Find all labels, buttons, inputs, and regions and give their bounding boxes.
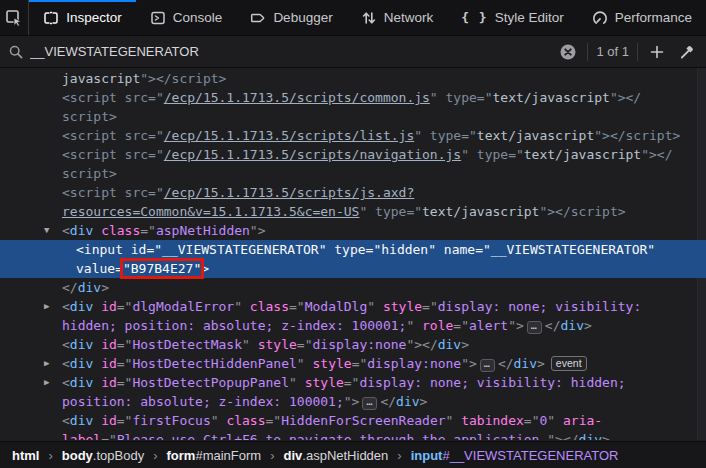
code-line[interactable]: position: absolute; z-index: 100001;">…<… [0, 392, 706, 411]
code-segment: class [250, 299, 289, 314]
code-segment: " type=" [414, 128, 477, 143]
code-segment: position: absolute; z-index: 100001; [62, 394, 344, 409]
code-segment: aspNetHidden [156, 223, 250, 238]
code-segment: class [101, 223, 140, 238]
inspector-icon [43, 10, 59, 26]
breadcrumb-item[interactable]: div.aspNetHidden [282, 448, 391, 463]
expand-arrow-icon[interactable]: ▶ [44, 297, 58, 316]
tab-debugger[interactable]: Debugger [236, 0, 346, 35]
console-icon [150, 10, 166, 26]
code-segment: /ecp/15.1.1713.5/scripts/js.axd? [164, 185, 414, 200]
code-segment: > [537, 356, 545, 371]
breadcrumb-item[interactable]: input#__VIEWSTATEGENERATOR [409, 448, 621, 463]
tab-style-editor[interactable]: { } Style Editor [447, 0, 578, 35]
code-segment: <script src=" [62, 128, 164, 143]
event-badge[interactable]: event [551, 356, 587, 371]
expand-arrow-icon[interactable]: ▶ [44, 373, 58, 392]
code-segment: " type=" [359, 204, 422, 219]
code-segment: " [406, 318, 422, 333]
breadcrumb-item[interactable]: form#mainForm [165, 448, 264, 463]
code-line[interactable]: ▼<div class="aspNetHidden"> [0, 221, 706, 240]
breadcrumb-part: html [12, 448, 39, 463]
code-line[interactable]: ▶<div id="HostDetectPopupPanel" style="d… [0, 373, 706, 392]
code-segment: "> [250, 223, 266, 238]
code-segment: =" [117, 413, 133, 428]
markup-view[interactable]: javascript"></script><script src="/ecp/1… [0, 68, 706, 440]
clear-search-button[interactable] [557, 41, 579, 63]
code-segment: "></script> [539, 204, 625, 219]
code-line[interactable]: <script src="/ecp/15.1.1713.5/scripts/js… [0, 183, 706, 202]
code-segment: div [560, 318, 583, 333]
code-segment: div [438, 337, 461, 352]
code-line[interactable]: resources=Common&v=15.1.1713.5&c=en-US" … [0, 202, 706, 221]
code-segment: "> [508, 318, 524, 333]
pick-element-button[interactable] [0, 0, 29, 35]
code-line[interactable]: ▶<div id="dlgModalError" class="ModalDlg… [0, 297, 706, 316]
code-segment: firstFocus [132, 413, 210, 428]
breadcrumb-separator-icon: › [48, 448, 52, 463]
code-segment: text/javascript [477, 128, 594, 143]
code-line[interactable]: </div> [0, 278, 706, 297]
breadcrumb-part: #__VIEWSTATEGENERATOR [442, 448, 618, 463]
tab-network[interactable]: Network [347, 0, 448, 35]
code-segment: < [62, 223, 70, 238]
code-segment: "></script> [594, 128, 680, 143]
breadcrumb-part: .aspNetHidden [302, 448, 388, 463]
ellipsis-badge[interactable]: … [480, 359, 495, 372]
code-line[interactable]: <div id="firstFocus" class="HiddenForScr… [0, 411, 706, 430]
code-line[interactable]: value="B97B4E27"> [0, 259, 706, 278]
code-segment: resources=Common&v=15.1.1713.5&c=en-US [62, 204, 359, 219]
ellipsis-badge[interactable]: … [362, 397, 377, 410]
code-segment: <input id="__VIEWSTATEGENERATOR" type="h… [76, 242, 655, 257]
code-segment: > [461, 337, 469, 352]
search-result-count: 1 of 1 [596, 44, 629, 59]
code-segment: < [62, 337, 70, 352]
code-segment: " [234, 299, 250, 314]
code-segment: " type=" [461, 147, 524, 162]
code-segment: =" [117, 375, 133, 390]
breadcrumb-part: div [284, 448, 303, 463]
devtools-tabbar: Inspector Console Debugger [0, 0, 706, 36]
breadcrumb-item[interactable]: body.topBody [60, 448, 146, 463]
code-segment: "></ [406, 337, 437, 352]
code-segment: </ [498, 356, 514, 371]
collapse-arrow-icon[interactable]: ▼ [44, 221, 58, 240]
code-line[interactable]: javascript"></script> [0, 69, 706, 88]
tab-inspector[interactable]: Inspector [29, 0, 136, 35]
code-segment: div [70, 299, 93, 314]
ellipsis-badge[interactable]: … [527, 321, 542, 334]
code-line[interactable]: ▶<div id="HostDetectHiddenPanel" style="… [0, 354, 706, 373]
tab-label: Console [173, 10, 223, 25]
code-segment: value= [76, 261, 123, 276]
code-segment: =" [344, 375, 360, 390]
code-line[interactable]: <input id="__VIEWSTATEGENERATOR" type="h… [0, 240, 706, 259]
code-line[interactable]: script> [0, 107, 706, 126]
code-segment: " [547, 413, 563, 428]
code-line[interactable]: label="Please use Ctrl+F6 to navigate th… [0, 430, 706, 440]
code-segment: class [226, 413, 265, 428]
code-line[interactable]: <script src="/ecp/15.1.1713.5/scripts/co… [0, 88, 706, 107]
tab-console[interactable]: Console [136, 0, 237, 35]
code-segment: < [62, 375, 70, 390]
code-segment: "> [461, 356, 477, 371]
code-segment: style [383, 299, 422, 314]
code-line[interactable]: <div id="HostDetectMask" style="display:… [0, 335, 706, 354]
eyedropper-icon[interactable] [676, 41, 698, 63]
code-segment: div [70, 375, 93, 390]
search-input[interactable] [30, 44, 557, 59]
performance-icon [592, 10, 608, 26]
add-node-button[interactable] [646, 41, 668, 63]
code-line[interactable]: <script src="/ecp/15.1.1713.5/scripts/na… [0, 145, 706, 164]
code-segment: < [62, 356, 70, 371]
breadcrumb-part: #mainForm [195, 448, 261, 463]
expand-arrow-icon[interactable]: ▶ [44, 354, 58, 373]
code-line[interactable]: hidden; position: absolute; z-index: 100… [0, 316, 706, 335]
tab-performance[interactable]: Performance [578, 0, 706, 35]
code-segment: " [242, 337, 258, 352]
breadcrumb-part: body [62, 448, 93, 463]
code-segment: hidden; position: absolute; z-index: 100… [62, 318, 406, 333]
breadcrumb-item[interactable]: html [10, 448, 41, 463]
code-line[interactable]: script> [0, 164, 706, 183]
code-segment [93, 375, 101, 390]
code-line[interactable]: <script src="/ecp/15.1.1713.5/scripts/li… [0, 126, 706, 145]
